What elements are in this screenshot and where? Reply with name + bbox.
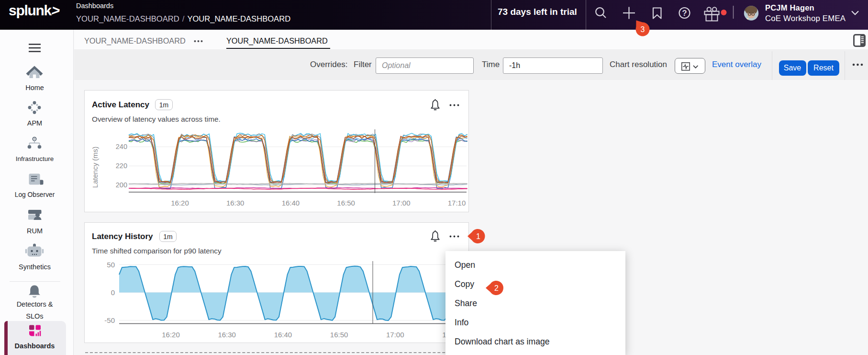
svg-text:16:20: 16:20 bbox=[171, 199, 189, 207]
svg-text:220: 220 bbox=[116, 162, 127, 170]
svg-text:16:50: 16:50 bbox=[330, 331, 348, 339]
svg-text:17:00: 17:00 bbox=[386, 331, 404, 339]
svg-text:0: 0 bbox=[111, 288, 115, 297]
svg-text:?: ? bbox=[682, 9, 687, 17]
svg-text:16:40: 16:40 bbox=[274, 331, 292, 339]
svg-text:17:10: 17:10 bbox=[448, 199, 466, 207]
svg-text:17:00: 17:00 bbox=[392, 199, 411, 207]
svg-text:200: 200 bbox=[116, 181, 127, 189]
svg-text:Latency (ms): Latency (ms) bbox=[91, 147, 99, 188]
svg-text:16:40: 16:40 bbox=[282, 199, 300, 207]
svg-text:-50: -50 bbox=[104, 316, 115, 324]
svg-text:16:30: 16:30 bbox=[226, 199, 245, 207]
svg-text:240: 240 bbox=[116, 143, 127, 150]
svg-text:16:50: 16:50 bbox=[337, 199, 355, 207]
svg-text:16:20: 16:20 bbox=[162, 331, 180, 339]
svg-text:16:30: 16:30 bbox=[218, 331, 236, 339]
svg-text:50: 50 bbox=[107, 261, 115, 269]
